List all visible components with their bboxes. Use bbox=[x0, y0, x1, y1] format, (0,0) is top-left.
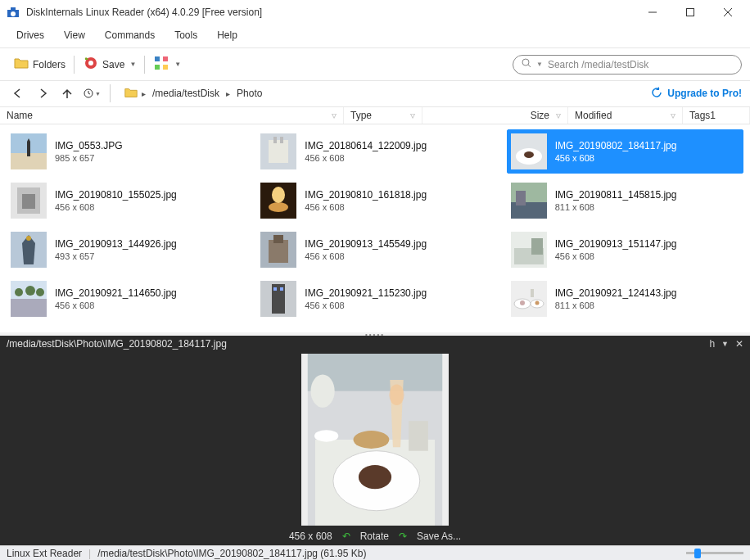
file-info: IMG_20190913_145549.jpg456 x 608 bbox=[305, 238, 427, 261]
menu-tools[interactable]: Tools bbox=[166, 26, 206, 44]
search-input[interactable] bbox=[548, 59, 733, 70]
menu-view[interactable]: View bbox=[56, 26, 93, 44]
file-area[interactable]: IMG_0553.JPG985 x 657IMG_20180614_122009… bbox=[0, 124, 750, 332]
file-item[interactable]: IMG_20190921_115230.jpg456 x 608 bbox=[256, 277, 493, 321]
menu-commands[interactable]: Commands bbox=[97, 26, 163, 44]
menu-help[interactable]: Help bbox=[209, 26, 246, 44]
filter-icon[interactable]: ▿ bbox=[332, 110, 337, 121]
filter-icon[interactable]: ▿ bbox=[556, 110, 561, 121]
breadcrumb-seg-1[interactable]: /media/testDisk bbox=[149, 86, 223, 101]
back-button[interactable] bbox=[8, 84, 28, 103]
col-type[interactable]: Type▿ bbox=[344, 107, 422, 124]
upgrade-link[interactable]: Upgrade to Pro! bbox=[651, 87, 742, 101]
file-item[interactable]: IMG_20180614_122009.jpg456 x 608 bbox=[256, 129, 493, 174]
thumbnail bbox=[260, 281, 296, 317]
svg-point-65 bbox=[314, 430, 338, 442]
separator: | bbox=[88, 548, 91, 559]
svg-rect-20 bbox=[273, 137, 277, 143]
preview-path: /media/testDisk\Photo\IMG_20190802_18411… bbox=[7, 338, 227, 350]
rotate-right-icon[interactable]: ↷ bbox=[399, 531, 407, 542]
thumbnail bbox=[11, 232, 47, 268]
file-info: IMG_20190913_151147.jpg456 x 608 bbox=[555, 238, 677, 261]
file-dims: 456 x 608 bbox=[305, 251, 427, 261]
zoom-slider[interactable] bbox=[686, 552, 743, 554]
file-name: IMG_20180614_122009.jpg bbox=[305, 140, 427, 151]
col-tags[interactable]: Tags1 bbox=[683, 107, 750, 124]
svg-point-62 bbox=[354, 431, 390, 449]
save-button[interactable]: Save ▼ bbox=[78, 52, 141, 77]
thumbnail bbox=[260, 133, 296, 169]
file-item[interactable]: IMG_0553.JPG985 x 657 bbox=[7, 129, 243, 174]
history-button[interactable]: ▼ bbox=[82, 84, 102, 103]
svg-point-63 bbox=[389, 385, 404, 406]
rotate-left-icon[interactable]: ↶ bbox=[342, 531, 350, 542]
breadcrumb-seg-2[interactable]: Photo bbox=[233, 86, 265, 101]
file-name: IMG_20190913_144926.jpg bbox=[55, 238, 177, 250]
file-dims: 811 x 608 bbox=[555, 300, 677, 310]
saveas-button[interactable]: Save As... bbox=[417, 531, 461, 542]
chevron-down-icon[interactable]: ▼ bbox=[721, 340, 729, 348]
file-item[interactable]: IMG_20190810_155025.jpg456 x 608 bbox=[7, 178, 243, 223]
statusbar: Linux Ext Reader | /media/testDisk\Photo… bbox=[0, 545, 750, 560]
folders-button[interactable]: Folders bbox=[8, 52, 70, 77]
column-header: Name▿ Type▿ Size▿ Modified▿ Tags1 bbox=[0, 107, 750, 124]
view-mode-button[interactable]: ▼ bbox=[148, 52, 186, 77]
chevron-down-icon: ▼ bbox=[536, 61, 543, 68]
file-name: IMG_20190921_114650.jpg bbox=[55, 287, 177, 299]
up-button[interactable] bbox=[57, 84, 77, 103]
file-name: IMG_20190810_161818.jpg bbox=[305, 189, 427, 201]
col-size[interactable]: Size▿ bbox=[422, 107, 568, 124]
preview-close-icon[interactable]: ✕ bbox=[735, 338, 743, 350]
svg-line-14 bbox=[528, 65, 531, 67]
file-info: IMG_20190913_144926.jpg493 x 657 bbox=[55, 238, 177, 261]
chevron-down-icon: ▼ bbox=[174, 61, 181, 68]
file-dims: 456 x 608 bbox=[305, 300, 427, 310]
file-item[interactable]: IMG_20190802_184117.jpg456 x 608 bbox=[507, 129, 743, 174]
file-item[interactable]: IMG_20190811_145815.jpg811 x 608 bbox=[507, 178, 743, 223]
folder-icon bbox=[13, 55, 29, 74]
svg-point-55 bbox=[535, 301, 539, 305]
file-dims: 456 x 608 bbox=[305, 153, 427, 163]
col-modified[interactable]: Modified▿ bbox=[568, 107, 683, 124]
close-button[interactable] bbox=[709, 0, 747, 25]
file-dims: 811 x 608 bbox=[555, 202, 677, 212]
svg-rect-38 bbox=[273, 235, 283, 243]
titlebar: DiskInternals Linux Reader (x64) 4.0.29 … bbox=[0, 0, 750, 25]
file-dims: 456 x 608 bbox=[555, 251, 677, 261]
search-box[interactable]: ▼ bbox=[513, 55, 742, 75]
forward-button[interactable] bbox=[33, 84, 52, 103]
nav-row: ▼ ▸ /media/testDisk ▸ Photo Upgrade to P… bbox=[0, 81, 750, 107]
file-item[interactable]: IMG_20190921_124143.jpg811 x 608 bbox=[507, 277, 743, 321]
filter-icon[interactable]: ▿ bbox=[671, 110, 675, 121]
file-info: IMG_0553.JPG985 x 657 bbox=[55, 140, 123, 163]
svg-rect-19 bbox=[269, 140, 288, 163]
file-item[interactable]: IMG_20190913_145549.jpg456 x 608 bbox=[256, 228, 493, 272]
file-name: IMG_0553.JPG bbox=[55, 140, 123, 151]
maximize-button[interactable] bbox=[671, 0, 709, 25]
rotate-button[interactable]: Rotate bbox=[360, 531, 389, 542]
thumbnail bbox=[260, 232, 296, 268]
col-name[interactable]: Name▿ bbox=[0, 107, 344, 124]
breadcrumb: ▸ /media/testDisk ▸ Photo bbox=[124, 85, 265, 102]
svg-rect-50 bbox=[280, 287, 283, 291]
svg-rect-33 bbox=[516, 191, 526, 205]
separator bbox=[110, 84, 111, 102]
file-item[interactable]: IMG_20190921_114650.jpg456 x 608 bbox=[7, 277, 243, 321]
minimize-button[interactable] bbox=[634, 0, 671, 25]
file-item[interactable]: IMG_20190810_161818.jpg456 x 608 bbox=[256, 178, 493, 223]
svg-rect-10 bbox=[163, 56, 168, 61]
chevron-down-icon: ▼ bbox=[129, 61, 136, 68]
app-icon bbox=[7, 6, 20, 19]
file-info: IMG_20180614_122009.jpg456 x 608 bbox=[305, 140, 427, 163]
file-dims: 456 x 608 bbox=[555, 153, 677, 163]
file-name: IMG_20190921_115230.jpg bbox=[305, 287, 427, 299]
svg-point-30 bbox=[272, 187, 285, 203]
menu-drives[interactable]: Drives bbox=[8, 26, 52, 44]
file-dims: 456 x 608 bbox=[55, 202, 177, 212]
breadcrumb-sep: ▸ bbox=[142, 89, 146, 98]
search-icon bbox=[522, 58, 531, 70]
file-item[interactable]: IMG_20190913_144926.jpg493 x 657 bbox=[7, 228, 243, 272]
filter-icon[interactable]: ▿ bbox=[410, 110, 415, 121]
file-item[interactable]: IMG_20190913_151147.jpg456 x 608 bbox=[507, 228, 743, 272]
window-title: DiskInternals Linux Reader (x64) 4.0.29 … bbox=[26, 7, 634, 18]
